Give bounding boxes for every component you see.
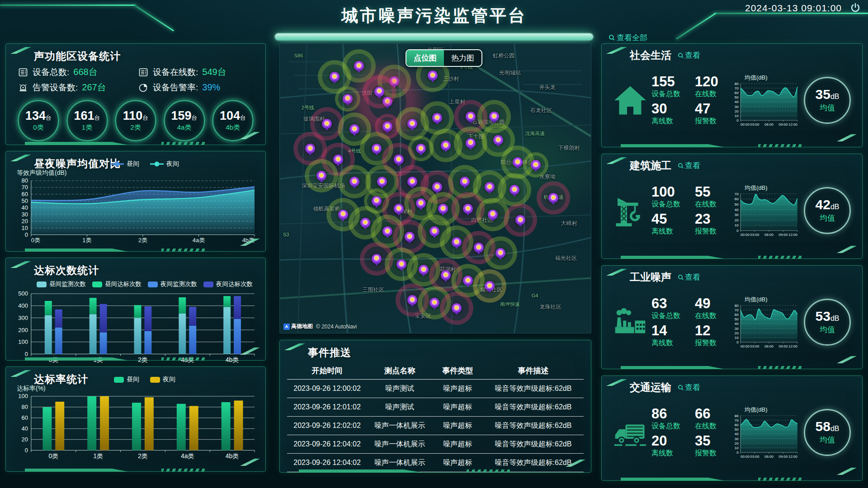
stat-label: 设备在线数: [153, 66, 198, 78]
svg-text:09:00: 09:00 [779, 455, 788, 459]
legend-item[interactable]: 夜间 [150, 160, 179, 168]
event-cell: 噪音等效声级超标:62dB [483, 440, 584, 449]
legend-item[interactable]: 昼间监测次数 [37, 280, 86, 288]
svg-text:2类: 2类 [138, 452, 148, 460]
map-pin-icon [349, 177, 359, 187]
power-icon[interactable] [850, 2, 861, 15]
panel-title: 达标次数统计 [34, 263, 258, 277]
panel-title: 交通运输 [630, 380, 671, 394]
legend-label: 夜间 [166, 160, 179, 168]
total-label: 设备总数 [651, 422, 689, 431]
noise-monitor-marker[interactable] [537, 181, 570, 215]
amap-logo: 高德地图 [283, 323, 313, 330]
svg-text:03:00: 03:00 [750, 344, 760, 348]
view-link-label: 查看 [685, 50, 700, 61]
view-all-link[interactable]: 查看全部 [609, 33, 647, 43]
legend-item[interactable]: 昼间达标次数 [92, 280, 142, 288]
map-place-label: 光明城站 [499, 69, 521, 77]
dec-hatch-decoration [161, 142, 205, 145]
house-icon [609, 81, 651, 119]
legend-item[interactable]: 昼间 [110, 160, 139, 168]
svg-text:80: 80 [735, 414, 739, 418]
legend-swatch [203, 282, 213, 287]
svg-text:1类: 1类 [93, 452, 103, 460]
svg-text:2类: 2类 [138, 356, 148, 363]
dec-b-decoration [621, 366, 725, 369]
svg-text:40: 40 [22, 204, 28, 211]
panel-stats: 63设备总数 49在线数 14离线数 12报警数 [651, 296, 732, 347]
legend-item[interactable]: 夜间监测次数 [148, 280, 197, 288]
svg-text:00:00: 00:00 [741, 233, 750, 237]
legend-label: 夜间 [163, 375, 175, 384]
panel-title: 社会生活 [630, 48, 671, 62]
view-link[interactable]: 查看 [678, 382, 700, 393]
legend-item[interactable]: 夜间 [150, 375, 175, 384]
map-place-label: 大嶂村 [561, 219, 577, 227]
view-link[interactable]: 查看 [678, 160, 700, 171]
dec-hatch-decoration [161, 249, 205, 252]
device-class-circle: 161台1类 [66, 100, 108, 141]
svg-text:70: 70 [735, 418, 739, 422]
svg-text:80: 80 [22, 177, 28, 184]
svg-text:00:00: 00:00 [741, 455, 750, 459]
map-pin-icon [349, 124, 359, 134]
construction-panel: 建筑施工 查看 100设备总数 55在线数 45离线数 23报警数 均值(dB) [601, 154, 863, 259]
map-mode-button[interactable]: 点位图 [406, 50, 444, 66]
average-label: 均值 [820, 213, 835, 223]
online-label: 在线数 [695, 311, 732, 321]
dec-hatch-decoration [758, 366, 802, 369]
svg-text:70: 70 [735, 308, 739, 312]
noise-monitor-marker[interactable] [504, 203, 537, 237]
map-pin-icon [419, 265, 429, 275]
noise-monitor-marker[interactable] [484, 236, 517, 270]
noise-monitor-marker[interactable] [473, 269, 506, 303]
noise-monitor-marker[interactable] [335, 86, 360, 112]
view-link[interactable]: 查看 [678, 272, 700, 282]
dec-hatch-decoration [758, 144, 802, 147]
city-map[interactable]: 光明区虹桥公园光明城站井头龙三沙村S86上星村洪田石龙社区石岩湿地公园玻璃围村2… [279, 43, 591, 333]
event-cell: 噪音等效声级超标:62dB [483, 403, 584, 412]
stat-row: 设备总数:668台 [18, 66, 138, 78]
map-pin-icon [372, 254, 382, 264]
map-mode-button[interactable]: 热力图 [444, 50, 481, 66]
svg-text:20: 20 [22, 218, 28, 225]
average-label: 均值 [820, 435, 835, 445]
y-axis-label: 等效声级均值(dB) [17, 169, 258, 177]
svg-text:50: 50 [735, 95, 739, 99]
legend-item[interactable]: 昼间 [114, 375, 139, 384]
svg-text:40: 40 [735, 322, 739, 326]
map-pin-icon [509, 185, 519, 195]
map-pin-icon [548, 193, 558, 203]
svg-text:0: 0 [25, 231, 28, 238]
magnifier-icon [678, 52, 684, 59]
map-place-label: 井头龙 [539, 84, 556, 91]
svg-text:100: 100 [18, 338, 28, 345]
svg-text:00:00: 00:00 [741, 122, 750, 127]
svg-text:03:00: 03:00 [750, 122, 760, 127]
noise-monitor-marker[interactable] [440, 291, 473, 325]
map-attribution: 高德地图 © 2024 AutoNavi [283, 323, 357, 330]
map-pin-icon [515, 215, 525, 225]
map-pin-icon [463, 204, 473, 214]
view-link-label: 查看 [685, 272, 700, 282]
event-cell: 2023-09-26 12:04:02 [287, 440, 367, 448]
dec-b-decoration [25, 249, 129, 252]
svg-text:60: 60 [735, 91, 739, 95]
noise-monitor-marker[interactable] [363, 75, 396, 108]
map-pin-icon [493, 135, 503, 145]
svg-text:00:00: 00:00 [741, 344, 750, 348]
event-cell: 2023-09-26 12:02:02 [287, 422, 367, 430]
noise-monitor-marker[interactable] [305, 159, 338, 192]
map-place-label: 下横朗村 [558, 144, 580, 152]
view-link[interactable]: 查看 [678, 50, 700, 61]
event-cell: 噪声测试 [367, 384, 432, 394]
svg-text:4b类: 4b类 [226, 356, 239, 363]
svg-text:40: 40 [735, 100, 739, 104]
legend-item[interactable]: 夜间达标次数 [203, 280, 253, 288]
map-pin-icon [466, 112, 476, 122]
alarm-count: 12 [695, 324, 732, 338]
svg-text:80: 80 [735, 82, 739, 86]
svg-text:09:00: 09:00 [779, 233, 788, 237]
noise-monitor-marker[interactable] [523, 152, 548, 178]
header-line-left-diagonal [134, 5, 174, 31]
